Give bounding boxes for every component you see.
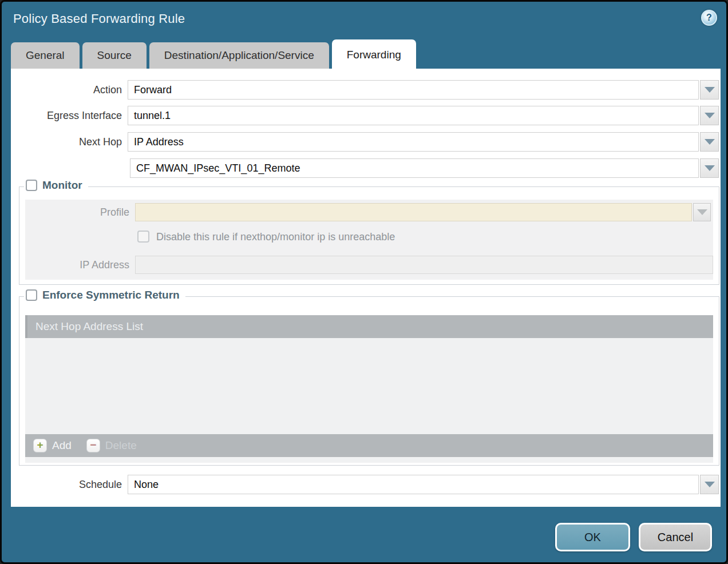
forwarding-tab-panel: Action Forward Egress Interface tunnel.1… <box>11 69 721 507</box>
pbf-rule-dialog: Policy Based Forwarding Rule ? General S… <box>0 0 728 564</box>
monitor-legend: Monitor <box>24 179 88 192</box>
tab-bar: General Source Destination/Application/S… <box>11 39 416 69</box>
next-hop-address-list-header: Next Hop Address List <box>25 315 713 338</box>
tab-general[interactable]: General <box>11 42 80 69</box>
profile-label: Profile <box>25 203 129 221</box>
monitor-ip-address-label: IP Address <box>25 256 129 274</box>
disable-rule-checkbox <box>137 231 149 243</box>
add-button-label: Add <box>52 439 72 452</box>
chevron-down-icon <box>705 482 715 487</box>
next-hop-address-table: Next Hop Address List Add Delete <box>25 315 713 463</box>
table-bottom-strip <box>25 457 713 463</box>
chevron-down-icon <box>705 139 715 145</box>
egress-interface-select[interactable]: tunnel.1 <box>128 106 699 125</box>
delete-button: Delete <box>86 439 137 452</box>
tab-forwarding[interactable]: Forwarding <box>332 39 416 69</box>
next-hop-select[interactable]: IP Address <box>128 132 699 152</box>
next-hop-label: Next Hop <box>11 132 122 152</box>
monitor-panel: Profile Disable this rule if nexthop/mon… <box>25 200 713 280</box>
help-icon[interactable]: ? <box>701 10 717 26</box>
next-hop-address-list-toolbar: Add Delete <box>25 434 713 457</box>
monitor-checkbox[interactable] <box>26 180 37 191</box>
monitor-ip-address-input <box>135 256 713 274</box>
dialog-title: Policy Based Forwarding Rule <box>13 11 185 26</box>
enforce-symmetric-return-fieldset: Enforce Symmetric Return Next Hop Addres… <box>19 296 719 466</box>
profile-select <box>135 203 692 221</box>
chevron-down-icon <box>705 87 715 93</box>
delete-button-label: Delete <box>105 439 137 452</box>
egress-interface-row: Egress Interface tunnel.1 <box>11 106 721 125</box>
next-hop-address-dropdown-button[interactable] <box>700 158 719 178</box>
egress-interface-dropdown-button[interactable] <box>700 106 719 125</box>
next-hop-address-select[interactable]: CF_MWAN_IPsec_VTI_01_Remote <box>130 158 699 178</box>
schedule-select[interactable]: None <box>128 475 699 494</box>
disable-rule-label: Disable this rule if nexthop/monitor ip … <box>156 231 395 243</box>
add-button[interactable]: Add <box>33 439 72 452</box>
enforce-symmetric-return-legend-label: Enforce Symmetric Return <box>42 289 180 301</box>
chevron-down-icon <box>705 113 715 118</box>
enforce-symmetric-return-checkbox[interactable] <box>26 289 37 301</box>
plus-icon <box>33 439 47 452</box>
cancel-button[interactable]: Cancel <box>639 523 712 551</box>
profile-dropdown-button <box>693 203 711 221</box>
next-hop-dropdown-button[interactable] <box>700 132 719 152</box>
schedule-dropdown-button[interactable] <box>700 475 719 494</box>
next-hop-address-list-body <box>25 338 713 434</box>
action-select[interactable]: Forward <box>128 80 699 100</box>
action-row: Action Forward <box>11 80 721 100</box>
tab-destination-application-service[interactable]: Destination/Application/Service <box>149 42 329 69</box>
minus-icon <box>86 439 100 452</box>
ok-button[interactable]: OK <box>555 523 630 551</box>
tab-source[interactable]: Source <box>82 42 147 69</box>
schedule-label: Schedule <box>11 475 122 494</box>
egress-interface-label: Egress Interface <box>11 106 122 125</box>
action-label: Action <box>11 80 122 100</box>
next-hop-address-row: CF_MWAN_IPsec_VTI_01_Remote <box>11 158 721 178</box>
monitor-legend-label: Monitor <box>42 179 82 192</box>
chevron-down-icon <box>697 209 707 215</box>
enforce-symmetric-return-legend: Enforce Symmetric Return <box>24 289 185 301</box>
chevron-down-icon <box>705 165 715 171</box>
schedule-row: Schedule None <box>11 475 721 494</box>
next-hop-row: Next Hop IP Address <box>11 132 721 152</box>
action-dropdown-button[interactable] <box>700 80 719 100</box>
monitor-fieldset: Monitor Profile Disable this rule if nex… <box>19 186 719 285</box>
